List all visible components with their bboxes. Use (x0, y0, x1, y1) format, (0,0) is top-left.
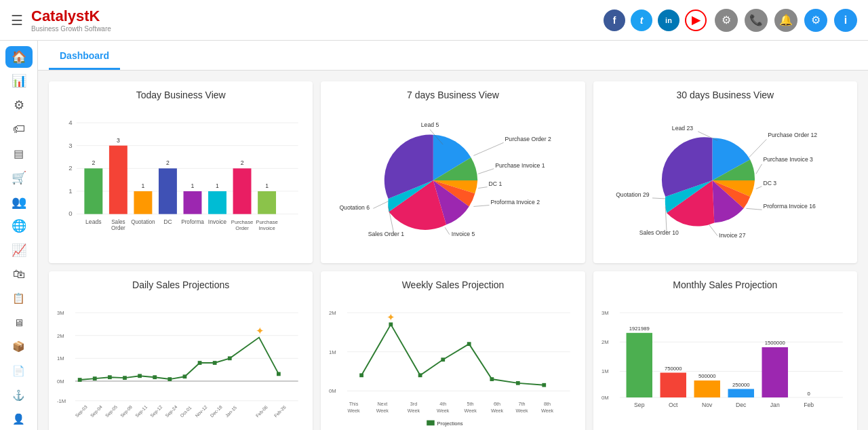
support-icon[interactable]: ⚙ (715, 9, 738, 32)
svg-text:2: 2 (166, 160, 170, 167)
svg-text:Week: Week (465, 408, 477, 414)
svg-rect-82 (108, 375, 112, 379)
svg-text:3: 3 (117, 137, 120, 144)
sidebar-item-dashboard[interactable]: 📊 (5, 71, 33, 92)
svg-text:Week: Week (491, 408, 504, 414)
svg-text:Feb-06: Feb-06 (255, 404, 269, 418)
bell-icon[interactable]: 🔔 (774, 9, 797, 32)
svg-text:Sep-05: Sep-05 (104, 404, 119, 418)
sidebar-item-cart[interactable]: 🛍 (5, 264, 33, 286)
svg-text:Sales Order 10: Sales Order 10 (639, 229, 678, 236)
svg-rect-86 (167, 377, 172, 381)
logo-area: CatalystK Business Growth Software (31, 7, 111, 33)
tab-bar: Dashboard (38, 41, 868, 71)
svg-text:2M: 2M (57, 333, 64, 339)
phone-icon[interactable]: 📞 (745, 9, 768, 32)
today-bar-chart: 4 3 2 1 0 (57, 106, 304, 241)
svg-line-56 (749, 139, 766, 157)
svg-text:Feb-26: Feb-26 (273, 404, 287, 418)
today-chart-title: Today Business View (57, 90, 304, 100)
svg-text:Leads: Leads (85, 218, 102, 225)
svg-text:Sales Order 1: Sales Order 1 (368, 231, 405, 237)
svg-text:Nov: Nov (702, 402, 713, 408)
sidebar-item-gear[interactable]: ⚙ (5, 94, 33, 116)
sidebar-item-list[interactable]: 📄 (5, 360, 33, 382)
sidebar-item-layers[interactable]: ▤ (5, 143, 33, 165)
sidebar-item-anchor[interactable]: ⚓ (5, 385, 33, 406)
svg-line-60 (756, 187, 762, 189)
facebook-icon[interactable]: f (604, 9, 625, 31)
sidebar-item-globe[interactable]: 🌐 (5, 215, 33, 237)
svg-text:Proforma Invoice 2: Proforma Invoice 2 (491, 199, 540, 206)
svg-text:7th: 7th (519, 401, 526, 407)
svg-text:Lead 5: Lead 5 (421, 121, 439, 128)
monthly-bar-svg: 3M 2M 1M 0M (601, 296, 849, 430)
sidebar-item-home[interactable]: 🏠 (5, 46, 33, 68)
svg-text:250000: 250000 (732, 382, 750, 388)
youtube-icon[interactable]: ▶ (685, 9, 707, 31)
week7-pie-svg: Lead 5 Purchase Order 2 Purchase Invoice… (329, 106, 576, 255)
svg-rect-87 (183, 374, 187, 378)
svg-rect-112 (360, 373, 364, 377)
svg-text:Quotation: Quotation (131, 219, 155, 225)
svg-text:Week: Week (437, 408, 450, 414)
svg-line-44 (478, 187, 487, 189)
sidebar-item-chart[interactable]: 📈 (5, 239, 33, 261)
sidebar-item-box[interactable]: 📦 (5, 336, 33, 358)
layout: 🏠 📊 ⚙ 🏷 ▤ 🛒 👥 🌐 📈 🛍 📋 🖥 📦 📄 ⚓ 👤 Dashboar… (0, 41, 868, 430)
svg-text:2: 2 (241, 160, 244, 167)
svg-text:✦: ✦ (387, 312, 395, 324)
svg-rect-119 (516, 381, 520, 385)
svg-text:4th: 4th (440, 401, 447, 407)
svg-line-64 (709, 224, 717, 235)
svg-text:Purchase Invoice 3: Purchase Invoice 3 (763, 156, 813, 163)
info-icon[interactable]: i (834, 9, 857, 32)
svg-text:Sep-11: Sep-11 (134, 404, 149, 418)
linkedin-icon[interactable]: in (658, 9, 679, 31)
svg-text:Week: Week (516, 408, 529, 414)
sidebar-item-people[interactable]: 👥 (5, 191, 33, 213)
svg-rect-89 (213, 361, 217, 365)
monthly-proj-title: Monthly Sales Projection (601, 279, 849, 290)
tab-dashboard[interactable]: Dashboard (49, 41, 120, 70)
svg-text:Week: Week (348, 408, 361, 414)
svg-text:Quotation 6: Quotation 6 (340, 204, 370, 211)
svg-text:Sep-09: Sep-09 (119, 404, 134, 418)
svg-text:Sep-12: Sep-12 (149, 404, 163, 418)
daily-line-svg: 3M 2M 1M 0M -1M (57, 296, 304, 430)
svg-text:DC 3: DC 3 (763, 180, 776, 187)
menu-icon[interactable]: ☰ (11, 12, 23, 28)
monthly-bar-chart: 3M 2M 1M 0M (601, 296, 849, 430)
business-view-row: Today Business View 4 3 2 1 0 (49, 81, 857, 263)
daily-proj-title: Daily Sales Projections (57, 279, 304, 290)
svg-rect-155 (762, 347, 787, 397)
sales-projection-row: Daily Sales Projections 3M 2M 1M 0M -1M (49, 271, 857, 430)
svg-text:1: 1 (141, 182, 144, 189)
sidebar-item-monitor[interactable]: 🖥 (5, 312, 33, 334)
twitter-icon[interactable]: t (631, 9, 652, 31)
svg-text:0M: 0M (329, 388, 336, 394)
svg-text:Order: Order (235, 225, 249, 231)
svg-text:Week: Week (376, 408, 389, 414)
svg-rect-137 (427, 421, 435, 426)
svg-text:Dec: Dec (736, 402, 747, 408)
header-actions: ⚙ 📞 🔔 ⚙ i (715, 9, 857, 32)
sidebar-item-user[interactable]: 👤 (5, 408, 33, 430)
sidebar-item-tag[interactable]: 🏷 (5, 119, 33, 140)
svg-rect-118 (490, 377, 494, 381)
sidebar: 🏠 📊 ⚙ 🏷 ▤ 🛒 👥 🌐 📈 🛍 📋 🖥 📦 📄 ⚓ 👤 (0, 41, 38, 430)
svg-rect-33 (258, 191, 276, 214)
svg-text:500000: 500000 (698, 373, 716, 379)
sidebar-item-shop[interactable]: 🛒 (5, 167, 33, 189)
svg-line-40 (474, 142, 504, 155)
svg-text:Invoice: Invoice (258, 225, 275, 231)
svg-rect-23 (184, 191, 202, 214)
header: ☰ CatalystK Business Growth Software f t… (0, 0, 868, 41)
svg-text:Proforma: Proforma (181, 219, 204, 225)
svg-text:1: 1 (68, 187, 72, 195)
sidebar-item-file[interactable]: 📋 (5, 288, 33, 309)
svg-text:Purchase: Purchase (256, 219, 277, 225)
svg-text:4: 4 (68, 119, 73, 126)
svg-text:0M: 0M (57, 378, 64, 385)
settings-icon[interactable]: ⚙ (804, 9, 827, 32)
